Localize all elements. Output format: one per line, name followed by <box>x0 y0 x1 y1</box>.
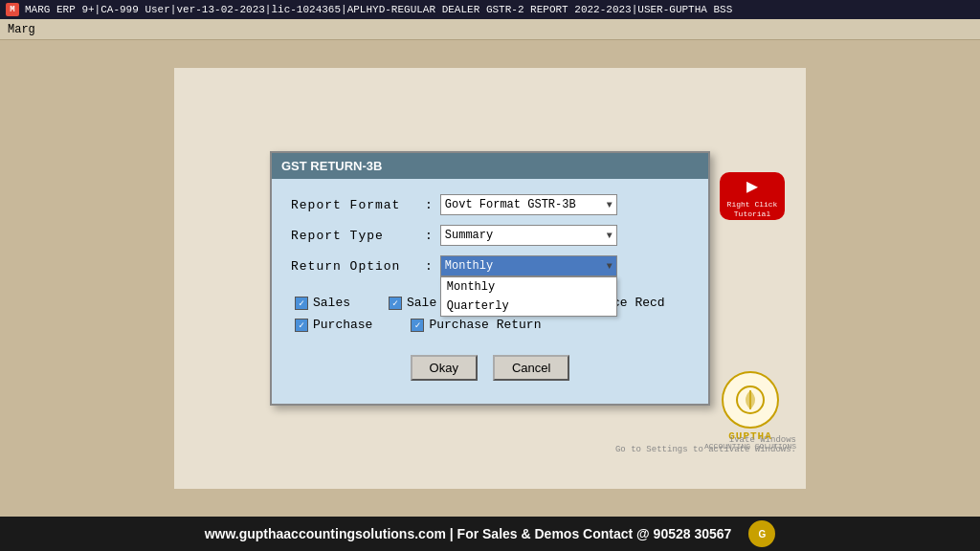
checkbox-purchase-box[interactable]: ✓ <box>295 319 308 332</box>
dialog-gst-return-3b: GST RETURN-3B Report Format : Govt Forma… <box>270 151 710 406</box>
report-type-colon: : <box>425 229 433 243</box>
checkbox-sales-label: Sales <box>313 296 350 310</box>
button-row: Okay Cancel <box>291 355 689 381</box>
checkbox-sale-return-box[interactable]: ✓ <box>389 297 402 310</box>
logo-circle <box>722 371 779 429</box>
title-bar: M MARG ERP 9+|CA-999 User|ver-13-02-2023… <box>0 0 980 19</box>
return-option-dropdown: Monthly Quarterly <box>440 276 617 317</box>
app-icon: M <box>6 3 19 16</box>
report-format-row: Report Format : Govt Format GSTR-3B ▼ <box>291 194 689 215</box>
report-type-value: Summary <box>445 229 493 242</box>
okay-button[interactable]: Okay <box>411 355 478 381</box>
report-format-label: Report Format <box>291 198 425 212</box>
bottom-bar-text: www.gupthaaccountingsolutions.com | For … <box>205 526 732 541</box>
main-area: GST RETURN-3B Report Format : Govt Forma… <box>0 40 980 517</box>
dropdown-item-monthly[interactable]: Monthly <box>441 277 616 297</box>
report-format-colon: : <box>425 198 433 212</box>
activate-windows: ivate Windows Go to Settings to activate… <box>615 435 796 454</box>
youtube-button[interactable]: ▶ Right ClickTutorial <box>720 172 785 220</box>
checkbox-purchase-return-label: Purchase Return <box>429 318 541 332</box>
return-option-colon: : <box>425 259 433 274</box>
report-type-label: Report Type <box>291 229 425 243</box>
dropdown-item-quarterly[interactable]: Quarterly <box>441 297 616 316</box>
return-option-label: Return Option <box>291 259 425 274</box>
menu-item-marg[interactable]: Marg <box>8 23 35 36</box>
checkbox-purchase-label: Purchase <box>313 318 372 332</box>
checkbox-sales-box[interactable]: ✓ <box>295 297 308 310</box>
return-option-wrapper: Monthly ▼ Monthly Quarterly <box>440 255 617 276</box>
inner-area: GST RETURN-3B Report Format : Govt Forma… <box>174 68 806 489</box>
return-option-value: Monthly <box>445 259 493 273</box>
report-type-row: Report Type : Summary ▼ <box>291 225 689 246</box>
checkbox-row-2: ✓ Purchase ✓ Purchase Return <box>295 318 685 332</box>
report-format-value: Govt Format GSTR-3B <box>445 198 576 211</box>
cancel-button[interactable]: Cancel <box>493 355 569 381</box>
title-text: MARG ERP 9+|CA-999 User|ver-13-02-2023|l… <box>25 4 732 15</box>
checkbox-sales[interactable]: ✓ Sales <box>295 296 350 310</box>
bottom-bar: www.gupthaaccountingsolutions.com | For … <box>0 517 980 551</box>
activate-line1: ivate Windows <box>615 435 796 445</box>
bottom-logo: G <box>748 520 775 547</box>
checkbox-purchase-return[interactable]: ✓ Purchase Return <box>411 318 541 332</box>
yt-label: Right ClickTutorial <box>727 200 778 218</box>
return-option-select[interactable]: Monthly ▼ <box>440 255 617 276</box>
chevron-down-icon: ▼ <box>607 200 612 210</box>
menu-bar: Marg <box>0 19 980 40</box>
play-icon: ▶ <box>746 174 758 198</box>
dialog-body: Report Format : Govt Format GSTR-3B ▼ Re… <box>272 179 708 404</box>
guptha-logo-svg <box>733 383 768 417</box>
dialog-title: GST RETURN-3B <box>272 153 708 179</box>
report-format-select[interactable]: Govt Format GSTR-3B ▼ <box>440 194 617 215</box>
chevron-down-icon-3: ▼ <box>607 261 612 272</box>
checkbox-purchase-return-box[interactable]: ✓ <box>411 319 424 332</box>
return-option-row: Return Option : Monthly ▼ Monthly Quarte… <box>291 255 689 276</box>
checkbox-purchase[interactable]: ✓ Purchase <box>295 318 372 332</box>
activate-line2: Go to Settings to activate Windows. <box>615 445 796 454</box>
chevron-down-icon-2: ▼ <box>607 231 612 241</box>
report-type-select[interactable]: Summary ▼ <box>440 225 617 246</box>
